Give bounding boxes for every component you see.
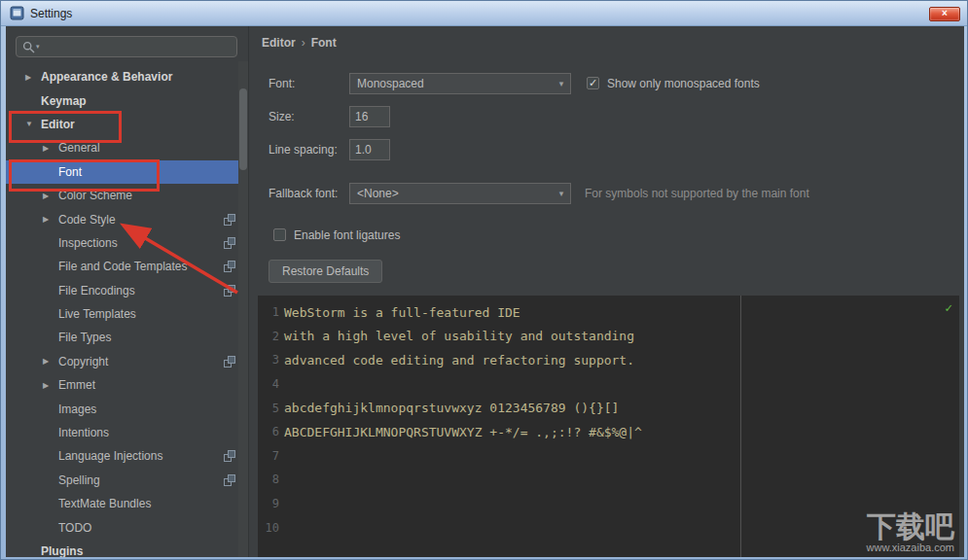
shared-settings-icon: [224, 356, 235, 368]
show-only-monospaced-label[interactable]: Show only monospaced fonts: [607, 73, 760, 94]
preview-text: advanced code editing and refactoring su…: [284, 353, 634, 368]
preview-line: 3advanced code editing and refactoring s…: [258, 348, 959, 372]
size-label: Size:: [269, 106, 295, 127]
sidebar-item-label: Spelling: [58, 473, 100, 487]
sidebar-item-label: Intentions: [58, 426, 109, 439]
line-number: 3: [258, 353, 279, 367]
sidebar-item-file-encodings[interactable]: File Encodings: [6, 279, 239, 302]
chevron-right-icon[interactable]: ▶: [25, 73, 41, 82]
sidebar-item-todo[interactable]: TODO: [6, 515, 239, 539]
chevron-right-icon[interactable]: ▶: [43, 192, 58, 200]
settings-search-box[interactable]: ▾: [16, 36, 237, 57]
sidebar-item-label: Live Templates: [58, 307, 136, 321]
sidebar-item-live-templates[interactable]: Live Templates: [6, 302, 239, 326]
size-input[interactable]: [349, 106, 390, 127]
preview-line: 2with a high level of usability and outs…: [258, 325, 959, 349]
sidebar-item-label: Emmet: [58, 378, 95, 392]
window-title: Settings: [30, 7, 72, 20]
chevron-right-icon[interactable]: ▶: [43, 357, 58, 366]
preview-line: 7: [258, 444, 959, 469]
sidebar-item-intentions[interactable]: Intentions: [6, 421, 239, 444]
sidebar-item-inspections[interactable]: Inspections: [6, 231, 239, 255]
font-ligatures-label[interactable]: Enable font ligatures: [294, 225, 400, 246]
sidebar-item-label: Code Style: [58, 213, 116, 227]
font-settings-panel: Editor › Font Font: Monospaced ▾ ✓ Show …: [249, 26, 964, 557]
sidebar-item-textmate-bundles[interactable]: TextMate Bundles: [6, 492, 239, 515]
show-only-monospaced-checkbox[interactable]: ✓: [587, 77, 599, 89]
line-number: 2: [258, 330, 279, 343]
search-icon: [22, 41, 35, 53]
sidebar-item-appearance-behavior[interactable]: ▶Appearance & Behavior: [6, 65, 239, 88]
sidebar-item-label: Copyright: [58, 355, 108, 368]
sidebar-item-language-injections[interactable]: Language Injections: [6, 444, 239, 468]
font-family-select[interactable]: Monospaced ▾: [349, 73, 571, 94]
sidebar-item-editor[interactable]: ▼Editor: [6, 113, 239, 136]
close-button[interactable]: ×: [929, 7, 960, 21]
sidebar-item-copyright[interactable]: ▶Copyright: [6, 350, 239, 373]
sidebar-item-file-and-code-templates[interactable]: File and Code Templates: [6, 255, 239, 278]
line-number: 5: [258, 402, 279, 415]
title-bar: Settings ×: [1, 1, 967, 26]
chevron-right-icon[interactable]: ▶: [43, 381, 58, 390]
fallback-font-label: Fallback font:: [269, 183, 338, 204]
sidebar-item-images[interactable]: Images: [6, 397, 239, 420]
chevron-down-icon: ▾: [553, 79, 570, 88]
font-ligatures-checkbox[interactable]: [273, 228, 286, 241]
sidebar-item-label: TextMate Bundles: [58, 497, 151, 510]
restore-defaults-button[interactable]: Restore Defaults: [269, 260, 382, 283]
sidebar-item-keymap[interactable]: Keymap: [6, 88, 239, 112]
settings-sidebar: ▾ ▶Appearance & BehaviorKeymap▼Editor▶Ge…: [6, 26, 249, 557]
preview-text: with a high level of usability and outst…: [284, 329, 634, 343]
sidebar-item-file-types[interactable]: File Types: [6, 326, 239, 349]
preview-line: 5abcdefghijklmnopqrstuvwxyz 0123456789 (…: [258, 396, 959, 420]
sidebar-item-label: General: [58, 141, 100, 155]
search-history-arrow-icon[interactable]: ▾: [36, 43, 40, 51]
sidebar-scrollbar[interactable]: [238, 61, 248, 557]
chevron-down-icon: ▾: [553, 189, 570, 198]
sidebar-item-color-scheme[interactable]: ▶Color Scheme: [6, 184, 239, 207]
sidebar-item-emmet[interactable]: ▶Emmet: [6, 373, 239, 397]
sidebar-item-code-style[interactable]: ▶Code Style: [6, 207, 239, 230]
preview-lines: 1WebStorm is a full-featured IDE2with a …: [258, 300, 959, 540]
settings-dialog-body: ▾ ▶Appearance & BehaviorKeymap▼Editor▶Ge…: [6, 26, 964, 557]
line-number: 8: [258, 472, 279, 486]
sidebar-scrollbar-thumb[interactable]: [239, 88, 247, 170]
line-spacing-input[interactable]: [349, 139, 390, 160]
sidebar-item-plugins[interactable]: Plugins: [6, 540, 239, 557]
chevron-down-icon[interactable]: ▼: [25, 120, 41, 128]
sidebar-item-general[interactable]: ▶General: [6, 136, 239, 159]
chevron-right-icon[interactable]: ▶: [43, 215, 58, 224]
fallback-font-value: <None>: [350, 187, 553, 200]
breadcrumb-font: Font: [311, 36, 337, 50]
sidebar-item-label: Language Injections: [58, 449, 162, 463]
sidebar-item-spelling[interactable]: Spelling: [6, 469, 239, 492]
window-icon: [10, 6, 24, 20]
sidebar-item-label: Font: [58, 165, 82, 179]
inspection-ok-icon: ✓: [945, 300, 952, 315]
settings-search-input[interactable]: [45, 39, 231, 54]
shared-settings-icon: [224, 450, 235, 462]
fallback-font-select[interactable]: <None> ▾: [349, 183, 571, 204]
shared-settings-icon: [224, 474, 235, 486]
sidebar-item-label: TODO: [58, 521, 91, 535]
sidebar-item-label: File Encodings: [58, 284, 135, 298]
sidebar-item-label: File Types: [58, 331, 111, 344]
line-spacing-label: Line spacing:: [269, 139, 338, 160]
sidebar-item-label: Appearance & Behavior: [41, 70, 172, 84]
sidebar-item-font[interactable]: Font: [6, 160, 239, 184]
font-label: Font:: [269, 73, 295, 94]
line-number: 10: [258, 521, 279, 535]
chevron-right-icon[interactable]: ▶: [43, 144, 58, 153]
preview-line: 10: [258, 515, 959, 540]
line-number: 7: [258, 449, 279, 463]
preview-line: 1WebStorm is a full-featured IDE: [258, 300, 959, 325]
shared-settings-icon: [224, 237, 235, 249]
line-number: 1: [258, 305, 279, 319]
preview-line: 6ABCDEFGHIJKLMNOPQRSTUVWXYZ +-*/= .,;:!?…: [258, 420, 959, 444]
breadcrumb-editor[interactable]: Editor: [262, 36, 296, 50]
sidebar-item-label: Images: [58, 402, 96, 416]
breadcrumb-separator: ›: [302, 36, 305, 50]
sidebar-item-label: File and Code Templates: [58, 260, 188, 273]
sidebar-item-label: Editor: [41, 118, 75, 131]
line-number: 4: [258, 377, 279, 391]
